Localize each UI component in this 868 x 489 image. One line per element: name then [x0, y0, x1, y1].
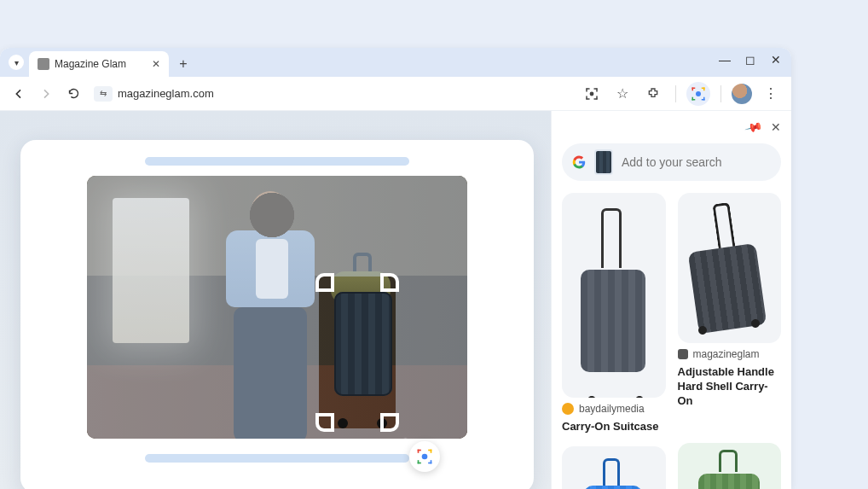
lens-search-box[interactable] — [562, 143, 781, 181]
tab-title: Magazine Glam — [55, 58, 126, 70]
result-image — [562, 446, 666, 489]
browser-window: ▾ Magazine Glam ✕ + ― ◻ ✕ ⇆ magazineglam… — [0, 48, 791, 489]
result-image — [678, 193, 782, 343]
window-maximize-icon[interactable]: ◻ — [744, 53, 757, 67]
lens-fab-button[interactable] — [409, 441, 440, 472]
svg-point-8 — [590, 91, 594, 96]
window-controls: ― ◻ ✕ — [718, 53, 783, 67]
pin-icon[interactable]: 📌 — [744, 118, 763, 137]
window-minimize-icon[interactable]: ― — [718, 53, 732, 67]
result-card[interactable] — [678, 443, 782, 489]
svg-rect-5 — [586, 96, 587, 100]
google-logo-icon — [572, 154, 586, 171]
tab-search-button[interactable]: ▾ — [9, 55, 24, 70]
crosshair-cursor-icon: ✛ — [399, 435, 412, 439]
nav-back-button[interactable] — [9, 84, 29, 104]
result-source-label: baydailymedia — [579, 403, 645, 415]
page-viewport: ✛ — [0, 111, 551, 489]
article-image[interactable]: ✛ — [87, 176, 467, 439]
svg-rect-1 — [586, 88, 587, 92]
toolbar-divider — [720, 85, 721, 102]
result-image — [562, 193, 666, 398]
tab-favicon — [38, 58, 49, 70]
result-source: baydailymedia — [562, 403, 666, 415]
lens-search-input[interactable] — [622, 155, 771, 169]
site-info-icon[interactable]: ⇆ — [94, 86, 113, 102]
address-url: magazineglam.com — [118, 87, 214, 100]
result-source-label: magazineglam — [693, 348, 760, 360]
article-card: ✛ — [20, 140, 534, 489]
result-card[interactable]: baydailymedia Carry-On Suitcase — [562, 193, 666, 434]
lens-toolbar-icon[interactable] — [580, 82, 604, 106]
svg-rect-13 — [703, 87, 705, 90]
panel-close-icon[interactable]: ✕ — [771, 120, 781, 134]
result-card[interactable]: magazineglam Adjustable Handle Hard Shel… — [678, 193, 782, 409]
svg-rect-26 — [431, 460, 432, 463]
nav-forward-button[interactable] — [36, 84, 56, 104]
tab-strip: ▾ Magazine Glam ✕ + ― ◻ ✕ — [0, 48, 791, 77]
skeleton-bar — [145, 157, 409, 166]
svg-rect-7 — [596, 96, 598, 100]
source-favicon-icon — [678, 349, 688, 359]
new-tab-button[interactable]: + — [172, 53, 194, 75]
extensions-icon[interactable] — [641, 82, 665, 106]
svg-rect-3 — [596, 88, 598, 92]
tab-active[interactable]: Magazine Glam ✕ — [29, 51, 169, 77]
bookmark-star-icon[interactable]: ☆ — [610, 82, 634, 106]
svg-rect-20 — [418, 450, 420, 453]
results-grid: baydailymedia Carry-On Suitcase magazine… — [562, 193, 781, 489]
address-bar[interactable]: ⇆ magazineglam.com — [94, 82, 214, 106]
lens-crop-handles[interactable] — [319, 277, 396, 428]
nav-reload-button[interactable] — [63, 84, 84, 104]
result-card[interactable] — [562, 446, 666, 489]
svg-rect-22 — [431, 450, 432, 453]
result-image — [678, 443, 782, 489]
svg-rect-15 — [692, 96, 694, 100]
toolbar: ⇆ magazineglam.com ☆ ⋮ — [0, 77, 791, 111]
svg-rect-11 — [692, 87, 694, 90]
lens-panel-toggle-icon[interactable] — [686, 82, 710, 106]
window-close-icon[interactable]: ✕ — [769, 53, 783, 67]
source-favicon-icon — [562, 403, 574, 415]
result-title: Adjustable Handle Hard Shell Carry-On — [678, 365, 782, 409]
result-title: Carry-On Suitcase — [562, 420, 666, 434]
tab-close-icon[interactable]: ✕ — [152, 58, 160, 70]
svg-point-9 — [696, 91, 701, 96]
content-area: ✛ 📌 ✕ — [0, 111, 791, 489]
svg-rect-24 — [418, 460, 420, 463]
search-thumbnail — [594, 149, 613, 175]
result-source: magazineglam — [678, 348, 782, 360]
lens-dim-overlay — [87, 176, 467, 439]
toolbar-divider — [675, 85, 676, 102]
svg-rect-17 — [703, 96, 705, 100]
svg-point-18 — [422, 454, 428, 460]
skeleton-bar — [145, 454, 409, 463]
overflow-menu-icon[interactable]: ⋮ — [759, 82, 783, 106]
profile-avatar[interactable] — [732, 84, 752, 104]
lens-side-panel: 📌 ✕ baydailymedia Ca — [551, 111, 791, 489]
